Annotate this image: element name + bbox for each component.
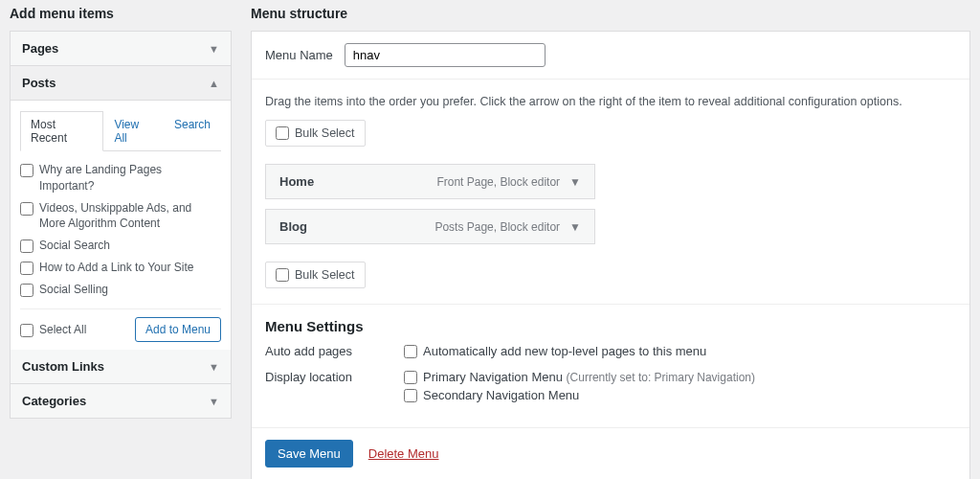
chevron-down-icon: ▼: [209, 361, 219, 373]
bulk-select-bottom[interactable]: Bulk Select: [265, 262, 366, 288]
auto-add-label: Auto add pages: [265, 344, 404, 362]
bulk-select-top[interactable]: Bulk Select: [265, 120, 366, 147]
tab-most-recent[interactable]: Most Recent: [20, 111, 103, 151]
menu-settings-heading: Menu Settings: [265, 318, 956, 334]
accordion-categories-label: Categories: [22, 394, 86, 408]
add-menu-items-heading: Add menu items: [10, 6, 232, 21]
post-checkbox[interactable]: [20, 240, 33, 253]
accordion-pages-label: Pages: [22, 41, 58, 56]
post-checkbox-item[interactable]: Why are Landing Pages Important?: [20, 159, 217, 197]
post-checkbox-item[interactable]: Social Selling: [20, 279, 217, 301]
accordion-categories[interactable]: Categories ▼: [11, 384, 231, 418]
accordion-posts-label: Posts: [22, 76, 56, 90]
accordion-pages[interactable]: Pages ▼: [11, 32, 231, 66]
display-location-label: Display location: [265, 370, 404, 406]
menu-name-input[interactable]: [345, 43, 546, 67]
accordion-custom-links[interactable]: Custom Links ▼: [11, 350, 231, 384]
post-checkbox[interactable]: [20, 202, 33, 216]
menu-item-label: Home: [279, 174, 314, 189]
posts-checklist[interactable]: Why are Landing Pages Important? Videos,…: [20, 159, 221, 301]
accordion-custom-links-label: Custom Links: [22, 359, 104, 374]
select-all[interactable]: Select All: [20, 319, 86, 341]
select-all-checkbox[interactable]: [20, 324, 33, 337]
chevron-down-icon[interactable]: ▼: [569, 220, 581, 234]
bulk-select-checkbox[interactable]: [276, 268, 289, 282]
tab-search[interactable]: Search: [164, 111, 221, 151]
secondary-nav-option[interactable]: Secondary Navigation Menu: [404, 388, 956, 402]
post-checkbox-item[interactable]: Social Search: [20, 235, 217, 257]
menu-item-type: Posts Page, Block editor: [434, 220, 560, 234]
post-checkbox-item[interactable]: How to Add a Link to Your Site: [20, 257, 217, 279]
chevron-down-icon[interactable]: ▼: [569, 175, 581, 189]
menu-item-type: Front Page, Block editor: [436, 175, 560, 189]
post-checkbox[interactable]: [20, 284, 33, 297]
menu-structure-heading: Menu structure: [251, 6, 970, 21]
menu-item[interactable]: Blog Posts Page, Block editor▼: [265, 209, 595, 244]
chevron-down-icon: ▼: [209, 396, 219, 407]
add-to-menu-button[interactable]: Add to Menu: [135, 317, 221, 342]
chevron-up-icon: ▲: [209, 78, 219, 89]
secondary-nav-checkbox[interactable]: [404, 389, 417, 402]
auto-add-checkbox[interactable]: [404, 345, 417, 358]
menu-item-label: Blog: [279, 219, 307, 234]
chevron-down-icon: ▼: [209, 43, 219, 55]
primary-nav-checkbox[interactable]: [404, 371, 417, 384]
menu-item[interactable]: Home Front Page, Block editor▼: [265, 164, 595, 199]
instruction-text: Drag the items into the order you prefer…: [265, 95, 956, 108]
delete-menu-link[interactable]: Delete Menu: [368, 446, 439, 461]
primary-nav-option[interactable]: Primary Navigation Menu (Currently set t…: [404, 370, 956, 384]
bulk-select-checkbox[interactable]: [276, 126, 289, 140]
post-checkbox[interactable]: [20, 164, 33, 177]
tab-view-all[interactable]: View All: [103, 111, 164, 151]
post-checkbox[interactable]: [20, 262, 33, 275]
save-menu-button[interactable]: Save Menu: [265, 440, 353, 468]
menu-name-label: Menu Name: [265, 48, 333, 62]
accordion-posts[interactable]: Posts ▲: [11, 66, 231, 101]
post-checkbox-item[interactable]: Videos, Unskippable Ads, and More Algori…: [20, 197, 217, 236]
auto-add-option[interactable]: Automatically add new top-level pages to…: [404, 344, 956, 358]
